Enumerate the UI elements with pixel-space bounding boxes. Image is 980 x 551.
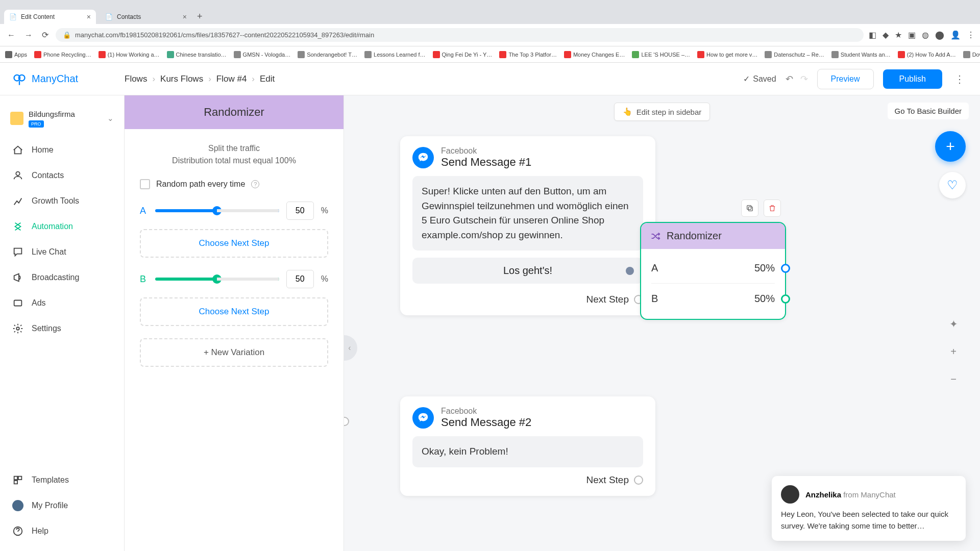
checkbox-icon[interactable]	[140, 179, 150, 189]
extension-icon[interactable]: ◧	[869, 30, 876, 40]
tab-title: Contacts	[117, 13, 141, 20]
output-port-a[interactable]	[781, 264, 790, 273]
more-menu-icon[interactable]: ⋮	[951, 73, 968, 85]
bookmark-item[interactable]: Qing Fei De Yi - Y…	[433, 51, 493, 58]
zoom-in-button[interactable]: +	[944, 342, 963, 361]
reload-icon[interactable]: ⟳	[40, 28, 51, 42]
bookmark-item[interactable]: (2) How To Add A…	[898, 51, 956, 58]
tab-favicon: 📄	[9, 13, 17, 20]
extension-icon[interactable]: ★	[895, 30, 902, 40]
output-port-b[interactable]	[781, 294, 790, 304]
extension-icon[interactable]: ▣	[908, 30, 916, 40]
variant-pct-input[interactable]	[286, 270, 314, 288]
bookmark-item[interactable]: Money Changes E…	[564, 51, 625, 58]
send-message-2-card[interactable]: Facebook Send Message #2 Okay, kein Prob…	[400, 396, 655, 496]
tab-close-icon[interactable]: ×	[87, 13, 91, 21]
variant-label: A	[140, 206, 148, 216]
nav-templates[interactable]: Templates	[0, 467, 124, 493]
logo[interactable]: ManyChat	[12, 72, 125, 86]
extension-icon[interactable]: ◍	[922, 30, 929, 40]
new-tab-button[interactable]: +	[192, 9, 208, 24]
randomizer-row-a[interactable]: A 50%	[651, 253, 775, 283]
forward-icon[interactable]: →	[22, 29, 35, 42]
new-variation-button[interactable]: + New Variation	[140, 338, 328, 367]
message-text[interactable]: Super! Klicke unten auf den Button, um a…	[412, 176, 643, 251]
nav-automation[interactable]: Automation	[0, 214, 124, 239]
collapse-sidebar-handle[interactable]: ‹	[344, 335, 357, 361]
nav-home[interactable]: Home	[0, 137, 124, 163]
edit-sidebar-button[interactable]: 👆 Edit step in sidebar	[614, 103, 710, 121]
org-selector[interactable]: Bildungsfirma PRO ⌄	[0, 105, 124, 137]
choose-next-step-button[interactable]: Choose Next Step	[140, 297, 328, 326]
breadcrumb-item[interactable]: Flows	[125, 74, 147, 84]
message-text[interactable]: Okay, kein Problem!	[412, 436, 643, 467]
browser-tab-active[interactable]: 📄 Edit Content ×	[4, 10, 96, 24]
app-header: ManyChat Flows › Kurs Flows › Flow #4 › …	[0, 63, 980, 95]
support-chat-widget[interactable]: Anzhelika from ManyChat Hey Leon, You've…	[772, 476, 966, 541]
nav-ads[interactable]: Ads	[0, 290, 124, 316]
variant-b-row: B %	[140, 270, 328, 288]
nav-settings[interactable]: Settings	[0, 316, 124, 341]
preview-button[interactable]: Preview	[817, 69, 874, 89]
editor-subtitle: Split the traffic	[140, 142, 328, 155]
bookmark-item[interactable]: LEE 'S HOUSE –…	[632, 51, 690, 58]
output-port-empty[interactable]	[634, 475, 643, 485]
bookmark-item[interactable]: Download - Cooki…	[963, 51, 980, 58]
breadcrumb-item[interactable]: Kurs Flows	[160, 74, 203, 84]
tab-close-icon[interactable]: ×	[183, 13, 187, 21]
auto-layout-button[interactable]: ✦	[944, 315, 963, 333]
help-icon[interactable]: ?	[251, 180, 259, 188]
nav-live-chat[interactable]: Live Chat	[0, 239, 124, 265]
more-icon[interactable]: ⋮	[967, 30, 975, 40]
zoom-out-button[interactable]: −	[944, 370, 963, 388]
browser-tab-inactive[interactable]: 📄 Contacts ×	[100, 10, 192, 24]
back-icon[interactable]: ←	[5, 29, 17, 42]
bookmark-item[interactable]: Apps	[5, 51, 27, 58]
basic-builder-button[interactable]: Go To Basic Builder	[888, 103, 969, 119]
bookmark-item[interactable]: Phone Recycling…	[34, 51, 91, 58]
canvas-start-port[interactable]	[344, 417, 349, 426]
randomizer-node[interactable]: Randomizer A 50% B 50%	[640, 222, 786, 320]
nav-my-profile[interactable]: My Profile	[0, 493, 124, 518]
variant-slider[interactable]	[155, 209, 279, 212]
bookmark-item[interactable]: Lessons Learned f…	[364, 51, 426, 58]
profile-avatar-icon[interactable]: 👤	[950, 30, 961, 40]
random-path-checkbox-row[interactable]: Random path every time ?	[140, 179, 328, 189]
slider-thumb-icon[interactable]	[212, 206, 222, 215]
favorite-fab[interactable]: ♡	[939, 172, 966, 198]
nav-broadcasting[interactable]: Broadcasting	[0, 265, 124, 290]
bookmark-item[interactable]: Chinese translatio…	[167, 51, 227, 58]
flow-canvas[interactable]: 👆 Edit step in sidebar Go To Basic Build…	[344, 95, 980, 551]
extension-icon[interactable]: ⬤	[935, 30, 944, 40]
variant-pct-input[interactable]	[286, 202, 314, 220]
redo-button[interactable]: ↷	[800, 73, 808, 85]
message-button[interactable]: Los geht's!	[412, 258, 643, 284]
add-step-fab[interactable]: +	[935, 131, 966, 162]
bookmark-item[interactable]: Datenschutz – Re…	[765, 51, 824, 58]
extension-icon[interactable]: ◆	[883, 30, 889, 40]
delete-button[interactable]	[764, 199, 781, 217]
randomizer-row-b[interactable]: B 50%	[651, 283, 775, 314]
slider-thumb-icon[interactable]	[212, 274, 222, 284]
bookmark-item[interactable]: (1) How Working a…	[99, 51, 160, 58]
send-message-1-card[interactable]: Facebook Send Message #1 Super! Klicke u…	[400, 136, 655, 315]
undo-button[interactable]: ↶	[786, 73, 793, 85]
breadcrumb-item[interactable]: Flow #4	[216, 74, 247, 84]
bookmark-item[interactable]: The Top 3 Platfor…	[499, 51, 557, 58]
next-step-row[interactable]: Next Step	[412, 294, 643, 305]
publish-button[interactable]: Publish	[883, 69, 942, 89]
bookmark-item[interactable]: How to get more v…	[697, 51, 757, 58]
output-port[interactable]	[626, 267, 634, 275]
nav-contacts[interactable]: Contacts	[0, 163, 124, 188]
nav-growth-tools[interactable]: Growth Tools	[0, 188, 124, 214]
nav-help[interactable]: Help	[0, 518, 124, 544]
duplicate-button[interactable]	[741, 199, 758, 217]
bookmark-item[interactable]: GMSN - Vologda…	[234, 51, 291, 58]
bookmark-item[interactable]: Student Wants an…	[831, 51, 891, 58]
bookmark-item[interactable]: Sonderangebot! T…	[298, 51, 357, 58]
choose-next-step-button[interactable]: Choose Next Step	[140, 229, 328, 258]
variant-slider[interactable]	[155, 278, 279, 281]
browser-toolbar: ← → ⟳ 🔒 manychat.com/fb198150208192061/c…	[0, 24, 980, 46]
url-bar[interactable]: 🔒 manychat.com/fb198150208192061/cms/fil…	[56, 28, 864, 42]
next-step-row[interactable]: Next Step	[412, 474, 643, 486]
